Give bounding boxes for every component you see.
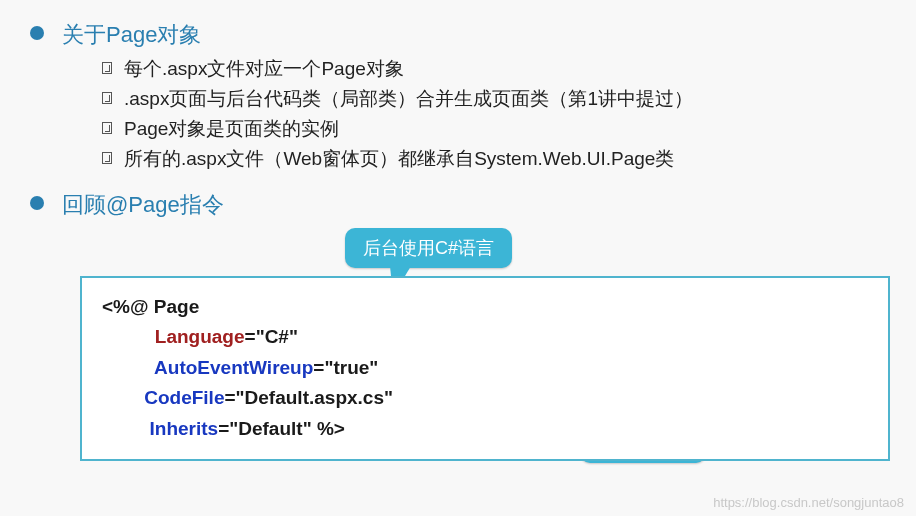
code-diagram: 后台使用C#语言 设置是否自动调用网页Load 事件 ，默认为true 后台代码… <box>80 228 900 478</box>
sub-list: 每个.aspx文件对应一个Page对象 .aspx页面与后台代码类（局部类）合并… <box>102 56 886 172</box>
bullet-icon <box>30 196 44 210</box>
list-text: 所有的.aspx文件（Web窗体页）都继承自System.Web.UI.Page… <box>124 146 674 172</box>
section-header: 回顾@Page指令 <box>30 190 886 220</box>
code-line: <%@ Page <box>102 292 868 322</box>
code-attr: AutoEventWireup <box>154 357 313 378</box>
list-text: Page对象是页面类的实例 <box>124 116 339 142</box>
code-line: Inherits="Default" %> <box>102 414 868 444</box>
bullet-icon <box>30 26 44 40</box>
watermark: https://blog.csdn.net/songjuntao8 <box>713 495 904 510</box>
list-text: .aspx页面与后台代码类（局部类）合并生成页面类（第1讲中提过） <box>124 86 693 112</box>
code-attr: Inherits <box>150 418 219 439</box>
code-attr: Language <box>155 326 245 347</box>
sub-bullet-icon <box>102 152 112 164</box>
code-line: AutoEventWireup="true" <box>102 353 868 383</box>
section-header: 关于Page对象 <box>30 20 886 50</box>
code-val: ="Default" %> <box>218 418 345 439</box>
section-page-directive: 回顾@Page指令 后台使用C#语言 设置是否自动调用网页Load 事件 ，默认… <box>30 190 886 478</box>
section-page-object: 关于Page对象 每个.aspx文件对应一个Page对象 .aspx页面与后台代… <box>30 20 886 172</box>
code-line: Language="C#" <box>102 322 868 352</box>
list-text: 每个.aspx文件对应一个Page对象 <box>124 56 404 82</box>
code-token: <%@ Page <box>102 296 199 317</box>
section-title: 回顾@Page指令 <box>62 190 224 220</box>
list-item: .aspx页面与后台代码类（局部类）合并生成页面类（第1讲中提过） <box>102 86 886 112</box>
code-val: ="true" <box>313 357 378 378</box>
list-item: Page对象是页面类的实例 <box>102 116 886 142</box>
list-item: 每个.aspx文件对应一个Page对象 <box>102 56 886 82</box>
code-val: ="C#" <box>245 326 298 347</box>
sub-bullet-icon <box>102 62 112 74</box>
list-item: 所有的.aspx文件（Web窗体页）都继承自System.Web.UI.Page… <box>102 146 886 172</box>
code-val: ="Default.aspx.cs" <box>224 387 393 408</box>
sub-bullet-icon <box>102 92 112 104</box>
sub-bullet-icon <box>102 122 112 134</box>
code-attr: CodeFile <box>144 387 224 408</box>
code-box: <%@ Page Language="C#" AutoEventWireup="… <box>80 276 890 461</box>
code-line: CodeFile="Default.aspx.cs" <box>102 383 868 413</box>
section-title: 关于Page对象 <box>62 20 201 50</box>
callout-language: 后台使用C#语言 <box>345 228 512 268</box>
